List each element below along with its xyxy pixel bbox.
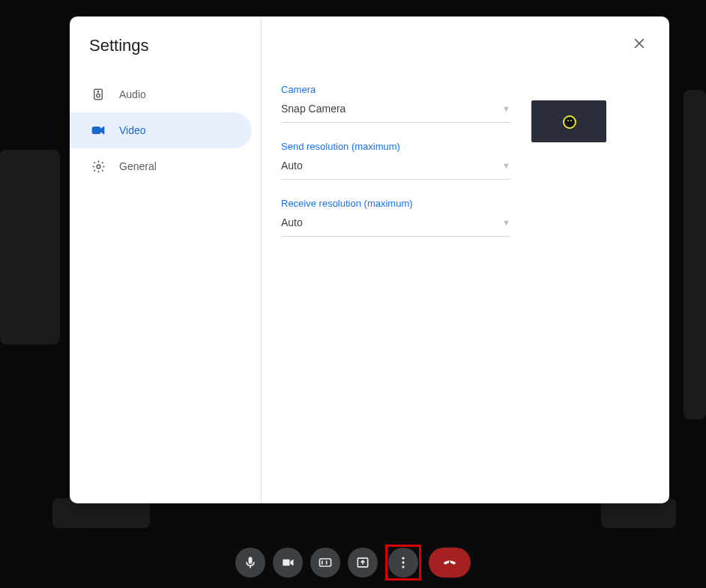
svg-point-1 [97, 94, 100, 97]
more-button-highlight [385, 545, 421, 581]
sidebar-item-label: General [119, 160, 157, 172]
send-resolution-select[interactable]: Auto ▼ [281, 158, 510, 180]
sidebar-item-label: Audio [119, 88, 146, 100]
svg-point-7 [402, 557, 404, 560]
camera-select[interactable]: Snap Camera ▼ [281, 101, 510, 123]
svg-point-4 [97, 165, 100, 169]
captions-button[interactable] [310, 548, 340, 578]
camera-field: Camera Snap Camera ▼ [281, 84, 510, 123]
chevron-down-icon: ▼ [502, 161, 510, 170]
settings-sidebar: Settings Audio Video [70, 16, 262, 503]
preview-face-icon [563, 115, 576, 129]
receive-resolution-field: Receive resolution (maximum) Auto ▼ [281, 198, 510, 237]
receive-resolution-value: Auto [281, 216, 303, 228]
receive-resolution-label: Receive resolution (maximum) [281, 198, 510, 209]
receive-resolution-select[interactable]: Auto ▼ [281, 215, 510, 237]
svg-point-8 [402, 561, 404, 563]
close-icon [632, 36, 647, 51]
sidebar-item-general[interactable]: General [70, 148, 252, 184]
more-icon [396, 555, 411, 570]
speaker-icon [91, 87, 106, 102]
hangup-button[interactable] [429, 548, 471, 578]
camera-label: Camera [281, 84, 510, 95]
call-toolbar [235, 545, 471, 581]
send-resolution-value: Auto [281, 160, 303, 172]
svg-point-2 [97, 91, 99, 93]
present-icon [355, 555, 370, 570]
microphone-icon [243, 555, 258, 570]
mute-mic-button[interactable] [235, 548, 265, 578]
svg-rect-3 [93, 127, 100, 133]
settings-title: Settings [70, 36, 261, 76]
send-resolution-label: Send resolution (maximum) [281, 141, 510, 152]
camera-value: Snap Camera [281, 103, 346, 115]
camera-icon [91, 123, 106, 138]
svg-point-9 [402, 566, 404, 568]
svg-rect-5 [320, 559, 331, 566]
sidebar-item-audio[interactable]: Audio [70, 76, 252, 112]
sidebar-item-label: Video [119, 124, 146, 136]
more-options-button[interactable] [388, 548, 418, 578]
sidebar-item-video[interactable]: Video [70, 112, 252, 148]
chevron-down-icon: ▼ [502, 104, 510, 113]
close-button[interactable] [629, 33, 650, 54]
send-resolution-field: Send resolution (maximum) Auto ▼ [281, 141, 510, 180]
camera-preview [531, 100, 606, 142]
settings-main: Camera Snap Camera ▼ Send resolution (ma… [262, 16, 669, 503]
hangup-icon [442, 555, 457, 570]
present-button[interactable] [348, 548, 378, 578]
gear-icon [91, 159, 106, 174]
camera-icon [280, 555, 295, 570]
chevron-down-icon: ▼ [502, 218, 510, 227]
settings-dialog: Settings Audio Video [70, 16, 669, 503]
toggle-camera-button[interactable] [273, 548, 303, 578]
captions-icon [318, 555, 333, 570]
